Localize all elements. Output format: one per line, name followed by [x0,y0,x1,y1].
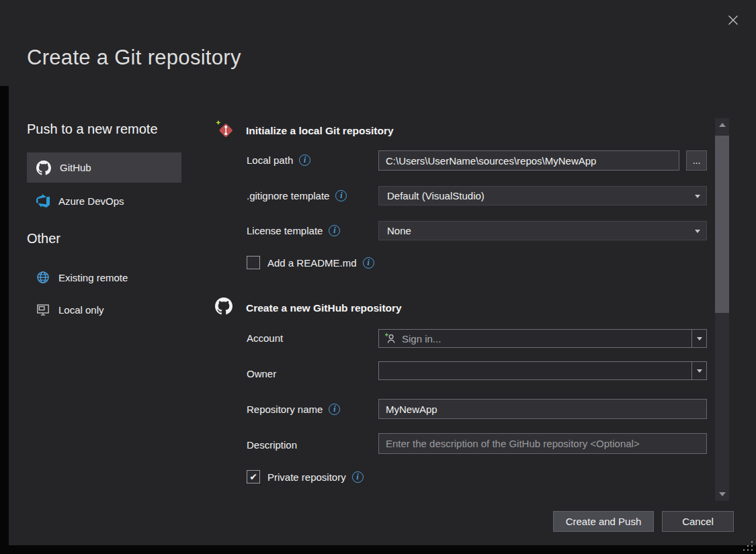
sign-in-user-icon [384,332,396,344]
local-path-input[interactable] [378,150,679,171]
private-repository-checkbox[interactable] [247,470,260,483]
account-combobox[interactable]: Sign in... [378,329,707,348]
chevron-down-icon [697,337,702,340]
new-repository-icon [215,120,235,142]
computer-icon [36,303,50,316]
dialog-title: Create a Git repository [27,46,241,70]
scroll-down-icon[interactable] [715,488,729,501]
description-label: Description [247,439,297,451]
window-edge-bottom [0,545,756,554]
chevron-down-icon [697,369,702,373]
private-repository-info-icon[interactable] [352,471,364,483]
create-and-push-button[interactable]: Create and Push [553,511,654,532]
other-heading: Other [27,231,60,246]
azure-devops-icon [36,194,50,207]
description-input[interactable] [378,433,707,454]
sidebar-item-github[interactable]: GitHub [27,152,181,183]
license-dropdown[interactable]: None [378,221,707,240]
account-dropdown-button[interactable] [691,330,706,347]
chevron-down-icon [695,230,700,233]
license-selected-value: None [387,225,411,236]
sidebar-item-existing-remote[interactable]: Existing remote [27,263,181,291]
account-label: Account [247,332,283,344]
browse-button[interactable]: ... [686,150,707,171]
sidebar-item-azure-devops-label: Azure DevOps [58,195,124,207]
owner-dropdown-button[interactable] [691,362,706,379]
close-icon[interactable] [725,12,741,28]
sidebar-item-local-only-label: Local only [58,304,104,316]
readme-info-icon[interactable] [363,257,374,269]
private-repository-label: Private repository [267,471,364,483]
github-section-heading: Create a new GitHub repository [246,302,402,314]
github-icon [36,160,51,175]
license-label: License template [247,225,340,236]
owner-label: Owner [247,368,276,379]
scroll-up-icon[interactable] [715,118,729,132]
resize-grip[interactable] [743,541,753,551]
local-path-info-icon[interactable] [299,154,310,166]
repository-name-info-icon[interactable] [329,404,340,415]
repository-name-input[interactable] [378,399,707,419]
gitignore-label: .gitignore template [247,190,347,201]
vertical-scrollbar[interactable] [715,118,729,501]
gitignore-dropdown[interactable]: Default (VisualStudio) [378,186,707,205]
owner-combobox[interactable] [378,361,707,380]
push-remote-heading: Push to a new remote [27,122,158,137]
local-path-label: Local path [247,154,310,166]
readme-checkbox[interactable] [247,256,260,269]
sidebar-item-azure-devops[interactable]: Azure DevOps [27,187,181,215]
github-section-icon [215,297,233,318]
scrollbar-thumb[interactable] [715,136,729,313]
sidebar-item-existing-remote-label: Existing remote [58,272,128,283]
account-value: Sign in... [402,333,441,344]
license-info-icon[interactable] [329,225,340,236]
sidebar-item-github-label: GitHub [60,162,91,173]
init-section-heading: Initialize a local Git repository [246,125,394,137]
repository-name-label: Repository name [247,404,340,415]
window-edge-left [0,86,9,554]
sidebar-item-local-only[interactable]: Local only [27,295,181,324]
cancel-button[interactable]: Cancel [662,511,734,532]
globe-icon [36,271,50,284]
readme-label: Add a README.md [267,257,374,269]
gitignore-info-icon[interactable] [335,190,347,201]
chevron-down-icon [695,195,700,198]
gitignore-selected-value: Default (VisualStudio) [387,190,485,201]
create-git-repo-dialog: Create a Git repository Push to a new re… [0,0,756,554]
